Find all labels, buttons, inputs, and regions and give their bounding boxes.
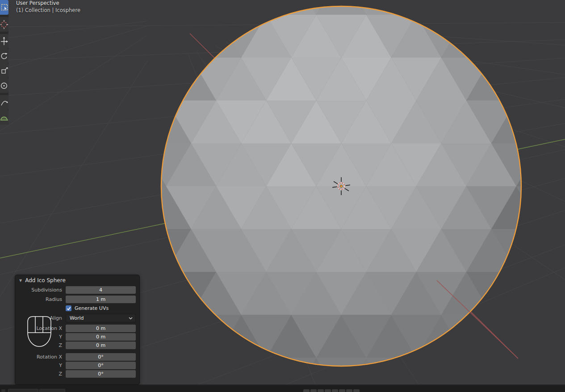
rotation-x-label: Rotation X	[15, 354, 66, 360]
cursor-tool-icon	[0, 19, 8, 30]
location-z-field[interactable]: 0 m	[66, 342, 136, 349]
radius-field[interactable]: 1 m	[66, 296, 136, 303]
tool-measure-button[interactable]	[0, 110, 8, 125]
subdivisions-label: Subdivisions	[15, 287, 66, 293]
generate-uvs-checkbox[interactable]	[66, 305, 71, 311]
radius-label: Radius	[15, 296, 66, 302]
status-bar	[0, 385, 565, 392]
measure-tool-icon	[0, 112, 8, 123]
editor-menu-button-partial[interactable]	[39, 389, 65, 392]
collapse-caret-icon: ▼	[19, 279, 22, 283]
editor-corner-handle[interactable]	[1, 389, 5, 392]
checkmark-icon	[67, 306, 71, 311]
tool-scale-button[interactable]	[0, 63, 8, 78]
toolbar-tools	[0, 0, 8, 125]
subdivisions-field[interactable]: 4	[66, 286, 136, 294]
playback-controls-partial[interactable]	[303, 389, 360, 392]
operator-panel-header[interactable]: ▼ Add Ico Sphere	[15, 275, 139, 286]
tool-move-button[interactable]	[0, 34, 8, 49]
location-x-field[interactable]: 0 m	[66, 325, 136, 332]
tool-annotate-button[interactable]	[0, 95, 8, 110]
align-dropdown[interactable]: World	[66, 314, 136, 322]
rotation-z-label: Z	[15, 371, 66, 377]
location-z-label: Z	[15, 342, 66, 348]
generate-uvs-label: Generate UVs	[75, 305, 109, 311]
viewport-perspective-label: User Perspective	[16, 0, 59, 7]
rotation-y-label: Y	[15, 363, 66, 368]
rotation-x-field[interactable]: 0°	[66, 353, 136, 361]
rotate-tool-icon	[0, 50, 8, 62]
tool-cursor-button[interactable]	[0, 17, 8, 32]
annotate-tool-icon	[0, 97, 8, 108]
chevron-down-icon	[129, 317, 133, 320]
transform-tool-icon	[0, 80, 8, 92]
rotation-y-field[interactable]: 0°	[66, 362, 136, 369]
location-x-label: Location X	[15, 325, 66, 331]
editor-type-button-partial[interactable]	[8, 389, 38, 392]
tool-rotate-button[interactable]	[0, 49, 8, 63]
align-label: Align	[15, 315, 66, 321]
move-tool-icon	[0, 36, 8, 47]
rotation-z-field[interactable]: 0°	[66, 370, 136, 378]
align-dropdown-value: World	[70, 315, 84, 321]
scale-tool-icon	[0, 65, 8, 77]
location-y-label: Y	[15, 334, 66, 340]
tool-select-box-button[interactable]	[0, 0, 8, 15]
viewport-context-label: (1) Collection | Icosphere	[16, 7, 80, 14]
select-box-icon	[0, 2, 8, 13]
tool-transform-button[interactable]	[0, 78, 8, 93]
location-y-field[interactable]: 0 m	[66, 333, 136, 341]
operator-panel-add-ico-sphere: ▼ Add Ico Sphere Subdivisions 4 Radius 1…	[15, 275, 140, 385]
operator-panel-title: Add Ico Sphere	[25, 277, 66, 284]
